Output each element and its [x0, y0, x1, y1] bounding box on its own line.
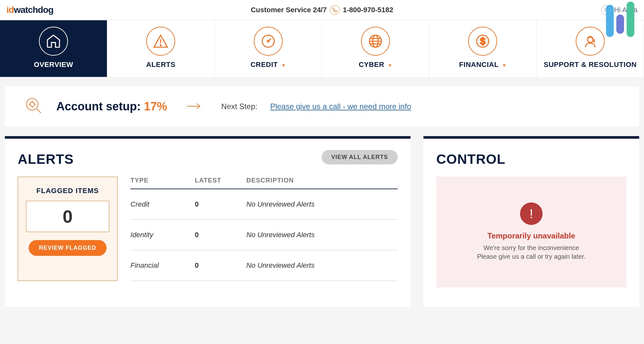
nav-overview-icon: [39, 27, 68, 56]
account-setup-banner: Account setup: 17% Next Step: Please giv…: [5, 87, 639, 126]
main-nav: OVERVIEWALERTSCREDIT ▼CYBER ▼$FINANCIAL …: [0, 20, 644, 77]
control-panel-title: CONTROL: [436, 152, 626, 167]
header: idwatchdog Customer Service 24/7 1-800-9…: [0, 0, 644, 20]
row-type: Credit: [130, 200, 195, 209]
row-latest: 0: [195, 231, 246, 239]
next-step-link[interactable]: Please give us a call - we need more inf…: [270, 102, 411, 111]
error-icon: !: [520, 202, 543, 225]
svg-point-5: [267, 41, 269, 42]
svg-point-16: [30, 102, 34, 107]
row-description: No Unreviewed Alerts: [246, 261, 398, 270]
nav-credit[interactable]: CREDIT ▼: [215, 20, 322, 77]
nav-overview[interactable]: OVERVIEW: [0, 20, 107, 77]
logo-watchdog: watchdog: [14, 5, 53, 15]
nav-cyber-icon: [361, 27, 390, 56]
nav-credit-label: CREDIT ▼: [251, 60, 286, 69]
setup-percentage: 17%: [144, 100, 167, 113]
control-error-line2: Please give us a call or try again later…: [446, 253, 617, 260]
row-description: No Unreviewed Alerts: [246, 200, 398, 209]
nav-financial[interactable]: $FINANCIAL ▼: [429, 20, 536, 77]
row-type: Identity: [130, 231, 195, 239]
content: ALERTS VIEW ALL ALERTS FLAGGED ITEMS 0 R…: [5, 136, 639, 307]
col-header-description: DESCRIPTION: [246, 177, 398, 184]
nav-support-icon: [576, 27, 605, 56]
logo-id: id: [6, 5, 14, 15]
svg-line-15: [37, 109, 41, 113]
table-row[interactable]: Credit0No Unreviewed Alerts: [130, 189, 398, 220]
flagged-items-count: 0: [26, 201, 109, 232]
row-latest: 0: [195, 200, 246, 209]
chevron-down-icon: ▼: [388, 63, 392, 68]
nav-financial-icon: $: [468, 27, 497, 56]
view-all-alerts-button[interactable]: VIEW ALL ALERTS: [322, 150, 398, 164]
col-header-type: TYPE: [130, 177, 195, 184]
row-description: No Unreviewed Alerts: [246, 231, 398, 239]
control-panel: CONTROL ! Temporarily unavailable We're …: [423, 136, 639, 307]
nav-cyber-label: CYBER ▼: [359, 60, 392, 69]
table-row[interactable]: Identity0No Unreviewed Alerts: [130, 220, 398, 250]
control-error-box: ! Temporarily unavailable We're sorry fo…: [436, 177, 626, 287]
nav-financial-label: FINANCIAL ▼: [459, 60, 507, 69]
nav-credit-icon: [254, 27, 283, 56]
flagged-items-box: FLAGGED ITEMS 0 REVIEW FLAGGED: [18, 177, 118, 281]
control-error-title: Temporarily unavailable: [446, 231, 617, 240]
nav-overview-label: OVERVIEW: [34, 60, 73, 69]
review-flagged-button[interactable]: REVIEW FLAGGED: [29, 240, 107, 256]
svg-text:$: $: [480, 36, 485, 46]
next-step-label: Next Step:: [221, 102, 257, 111]
phone-icon: [330, 5, 340, 15]
chevron-down-icon: ▼: [502, 63, 507, 68]
gear-magnify-icon: [24, 96, 43, 117]
table-row[interactable]: Financial0No Unreviewed Alerts: [130, 250, 398, 281]
nav-alerts-icon: [146, 27, 175, 56]
logo[interactable]: idwatchdog: [6, 5, 53, 15]
alerts-panel: ALERTS VIEW ALL ALERTS FLAGGED ITEMS 0 R…: [5, 136, 411, 307]
header-center: Customer Service 24/7 1-800-970-5182: [251, 5, 393, 15]
svg-point-2: [160, 45, 161, 46]
alerts-table: TYPE LATEST DESCRIPTION Credit0No Unrevi…: [130, 177, 398, 281]
customer-service-phone[interactable]: 1-800-970-5182: [343, 6, 393, 14]
svg-point-14: [26, 98, 38, 110]
setup-text: Account setup: 17%: [56, 100, 167, 113]
nav-alerts[interactable]: ALERTS: [107, 20, 214, 77]
row-latest: 0: [195, 261, 246, 270]
col-header-latest: LATEST: [195, 177, 246, 184]
control-error-line1: We're sorry for the inconvenience: [446, 244, 617, 252]
alerts-table-header: TYPE LATEST DESCRIPTION: [130, 177, 398, 189]
setup-label: Account setup:: [56, 100, 141, 113]
arrow-right-icon: [186, 101, 202, 113]
chevron-down-icon: ▼: [281, 63, 286, 68]
decorative-bars: [606, 2, 634, 37]
customer-service-label: Customer Service 24/7: [251, 6, 327, 14]
nav-support-label: SUPPORT & RESOLUTION: [544, 60, 637, 69]
row-type: Financial: [130, 261, 195, 270]
flagged-items-title: FLAGGED ITEMS: [26, 187, 109, 195]
nav-alerts-label: ALERTS: [146, 60, 175, 69]
nav-cyber[interactable]: CYBER ▼: [322, 20, 429, 77]
